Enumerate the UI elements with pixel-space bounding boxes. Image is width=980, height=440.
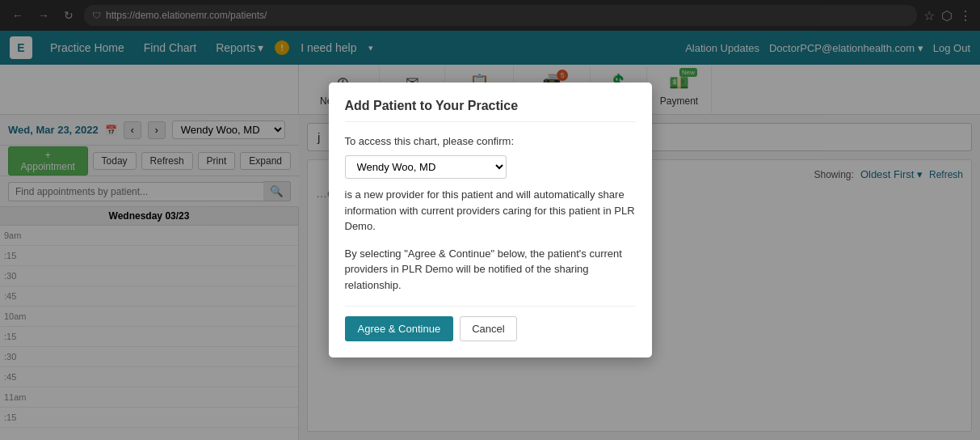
add-patient-modal: Add Patient to Your Practice To access t… — [329, 82, 652, 358]
agree-continue-button[interactable]: Agree & Continue — [345, 316, 454, 341]
cancel-button[interactable]: Cancel — [460, 316, 516, 341]
modal-confirm-text: To access this chart, please confirm: — [345, 135, 636, 147]
modal-footer: Agree & Continue Cancel — [345, 306, 636, 341]
modal-title: Add Patient to Your Practice — [345, 99, 636, 122]
modal-provider-select[interactable]: Wendy Woo, MD — [345, 155, 507, 179]
modal-body-text-1: is a new provider for this patient and w… — [345, 187, 636, 235]
modal-body-text-2: By selecting "Agree & Continue" below, t… — [345, 246, 636, 294]
modal-overlay: Add Patient to Your Practice To access t… — [0, 0, 980, 440]
